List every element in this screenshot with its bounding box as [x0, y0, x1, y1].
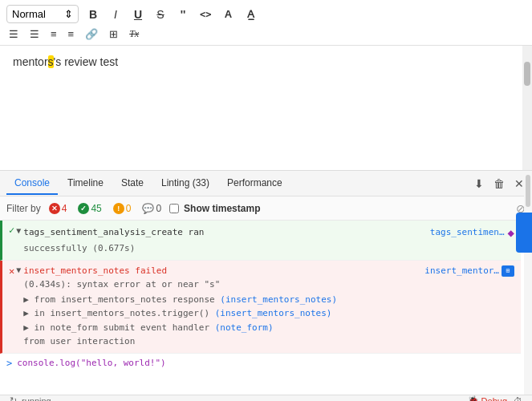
error-count: 4 [62, 203, 67, 214]
error-entry-icon-group: ✕ ▼ [9, 265, 21, 277]
success-expand-arrow[interactable]: ▼ [16, 226, 21, 235]
font-color-strikethrough-button[interactable]: A̲ [242, 6, 258, 22]
error-expand-arrow[interactable]: ▼ [16, 265, 21, 274]
warning-count: 0 [126, 203, 132, 214]
error-link[interactable]: insert_mentor… [424, 265, 499, 278]
toolbar-row1: Normal ⇕ B I U S '' <> A A̲ [6, 5, 526, 23]
link-button[interactable]: 🔗 [83, 26, 100, 42]
error-link-trigger[interactable]: (insert_mentors_notes) [215, 308, 332, 318]
clear-console-icon[interactable]: 🗑 [492, 176, 506, 192]
success-link[interactable]: tags_sentimen… [430, 226, 505, 240]
status-left: ↻ running [10, 395, 51, 401]
highlighted-char: s [48, 55, 54, 68]
editor-text-after: 's review test [54, 55, 118, 68]
success-circle-icon: ✓ [78, 203, 89, 214]
clear-format-button[interactable]: Tx [127, 26, 141, 42]
log-entry-success: ✓ ▼ tags_sentiment_analysis_create ran t… [0, 221, 521, 261]
success-main-line: tags_sentiment_analysis_create ran tags_… [23, 225, 514, 241]
success-log-content: tags_sentiment_analysis_create ran tags_… [23, 225, 514, 256]
strikethrough-button[interactable]: S [152, 6, 169, 22]
error-in-handler: ▶ in note_form submit event handler (not… [23, 322, 514, 335]
filter-error-badge[interactable]: ✕ 4 [46, 202, 71, 215]
ordered-list-button[interactable]: ☰ [6, 26, 21, 42]
console-header-actions: ⬇ 🗑 ✕ [473, 176, 526, 192]
editor-scrollbar[interactable] [522, 46, 532, 170]
filter-warning-badge[interactable]: ! 0 [110, 202, 135, 215]
image-button[interactable]: ⊞ [107, 26, 120, 42]
success-main-text: tags_sentiment_analysis_create ran [23, 226, 204, 240]
align-left-button[interactable]: ≡ [48, 26, 59, 42]
filter-info-badge[interactable]: 💬 0 [139, 202, 164, 215]
warning-circle-icon: ! [113, 203, 124, 214]
bold-button[interactable]: B [85, 6, 101, 22]
info-chat-icon: 💬 [142, 203, 154, 214]
debug-button[interactable]: 🐞 Debug [468, 395, 507, 401]
blue-sidebar-button[interactable] [516, 213, 532, 253]
console-header: Console Timeline State Linting (33) Perf… [0, 171, 532, 196]
style-select-label: Normal [12, 8, 46, 20]
running-label: running [22, 396, 51, 402]
grid-icon: ⊞ [502, 265, 514, 277]
console-log-area[interactable]: ✓ ▼ tags_sentiment_analysis_create ran t… [0, 221, 532, 395]
unordered-list-button[interactable]: ☰ [27, 26, 42, 42]
tab-linting[interactable]: Linting (33) [153, 172, 217, 195]
info-count: 0 [156, 203, 161, 214]
console-scrollbar-thumb [526, 175, 530, 207]
download-console-icon[interactable]: ⬇ [473, 176, 485, 192]
error-log-content: insert_mentors_notes failed insert_mento… [23, 265, 514, 349]
running-spinner-icon: ↻ [10, 395, 17, 401]
status-right: 🐞 Debug ⏱ [468, 395, 522, 401]
error-link-handler[interactable]: (note_form) [215, 322, 274, 333]
filter-label: Filter by [6, 203, 41, 214]
font-color-button[interactable]: A [220, 6, 236, 22]
debug-bug-icon: 🐞 [468, 395, 479, 401]
editor-wrapper: mentors's review test [0, 46, 532, 170]
console-scrollbar[interactable] [524, 171, 532, 395]
tab-timeline[interactable]: Timeline [59, 172, 112, 195]
success-icon: ✓ [9, 225, 14, 236]
success-sub-line: successfully (0.677s) [23, 242, 514, 256]
show-timestamp-label[interactable]: Show timestamp [184, 203, 260, 214]
tab-console[interactable]: Console [6, 172, 58, 195]
main-container: Normal ⇕ B I U S '' <> A A̲ ☰ ☰ ≡ ≡ 🔗 ⊞ … [0, 0, 532, 401]
style-select-arrow: ⇕ [64, 8, 73, 20]
success-link-group: tags_sentimen… ◆ [430, 225, 514, 241]
console-prompt: > [6, 358, 12, 369]
error-in-trigger: ▶ in insert_mentors_notes.trigger() (ins… [23, 307, 514, 321]
log-entry-error: ✕ ▼ insert_mentors_notes failed insert_m… [0, 261, 521, 354]
debug-label: Debug [481, 396, 507, 402]
status-bar: ↻ running 🐞 Debug ⏱ [0, 395, 532, 401]
expand-arrow-3[interactable]: ▶ [23, 322, 29, 333]
error-from-response: ▶ from insert_mentors_notes response (in… [23, 294, 514, 307]
editor-text-before: mentor [13, 55, 48, 68]
toolbar-row2: ☰ ☰ ≡ ≡ 🔗 ⊞ Tx [6, 26, 526, 42]
error-sub-line-1: (0.434s): syntax error at or near "s" [23, 278, 514, 292]
editor-area[interactable]: mentors's review test [0, 46, 532, 78]
success-entry-icon-group: ✓ ▼ [9, 225, 21, 236]
error-main-text: insert_mentors_notes failed [23, 265, 167, 278]
console-panel: Console Timeline State Linting (33) Perf… [0, 170, 532, 395]
history-icon[interactable]: ⏱ [514, 396, 522, 402]
style-select[interactable]: Normal ⇕ [6, 5, 79, 23]
error-circle-icon: ✕ [49, 203, 60, 214]
console-input-text[interactable]: console.log("hello, world!") [17, 358, 165, 368]
expand-arrow-1[interactable]: ▶ [23, 294, 29, 305]
error-sub-lines: ▶ from insert_mentors_notes response (in… [23, 294, 514, 349]
success-count: 45 [91, 203, 101, 214]
timestamp-checkbox[interactable] [169, 204, 179, 213]
editor-scrollbar-thumb [524, 62, 530, 86]
console-input-line: > console.log("hello, world!") [0, 354, 521, 373]
error-icon: ✕ [9, 265, 14, 277]
error-link-group: insert_mentor… ⊞ [424, 265, 514, 278]
italic-button[interactable]: I [108, 6, 124, 22]
tab-state[interactable]: State [113, 172, 152, 195]
code-button[interactable]: <> [197, 7, 213, 22]
underline-button[interactable]: U [130, 6, 146, 22]
align-right-button[interactable]: ≡ [66, 26, 77, 42]
quote-button[interactable]: '' [175, 6, 191, 22]
error-link-response[interactable]: (insert_mentors_notes) [220, 294, 337, 305]
expand-arrow-2[interactable]: ▶ [23, 308, 29, 318]
tab-performance[interactable]: Performance [219, 172, 290, 195]
error-main-line: insert_mentors_notes failed insert_mento… [23, 265, 514, 278]
filter-success-badge[interactable]: ✓ 45 [75, 202, 104, 215]
